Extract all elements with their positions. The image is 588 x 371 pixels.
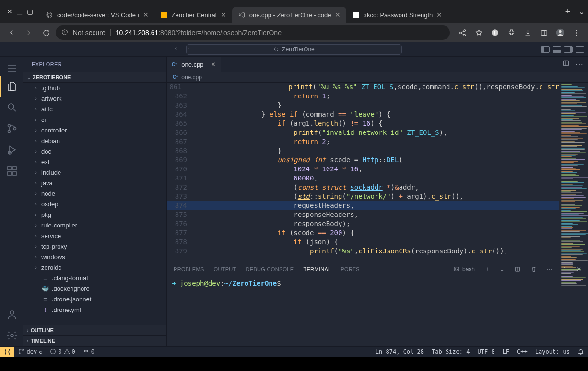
tree-file[interactable]: 🐳.dockerignore (23, 283, 166, 294)
status-ports[interactable]: 0 (79, 348, 98, 355)
code-line[interactable]: 875 responseHeaders, (167, 210, 559, 219)
tree-folder[interactable]: ›doc (23, 146, 166, 156)
sidepanel-icon[interactable] (536, 25, 552, 40)
browser-tab[interactable]: one.cpp - ZeroTierOne - code ✕ (232, 7, 347, 23)
explorer-more-icon[interactable]: ⋯ (154, 61, 160, 68)
tree-folder[interactable]: ›node (23, 188, 166, 199)
code-line[interactable]: 864 } else if (command == "leave") { (167, 110, 559, 119)
remote-indicator[interactable]: ⟩⟨ (0, 347, 14, 357)
code-line[interactable]: 876 responseBody); (167, 219, 559, 228)
status-ln-col[interactable]: Ln 874, Col 28 (372, 348, 428, 355)
activity-source-control-icon[interactable] (0, 118, 23, 139)
split-terminal-icon[interactable] (514, 266, 521, 273)
tree-folder[interactable]: ›zeroidc (23, 262, 166, 273)
panel-tab[interactable]: PROBLEMS (174, 266, 204, 272)
menu-hamburger-icon[interactable] (0, 60, 23, 76)
code-line[interactable]: 867 return 2; (167, 137, 559, 146)
code-line[interactable]: 868 } (167, 146, 559, 156)
browser-tab[interactable]: coder/code-server: VS Code i ✕ (40, 7, 154, 23)
code-line[interactable]: 879 printf("%s",cliFixJsonCRs(responseBo… (167, 247, 559, 256)
tree-folder[interactable]: ›osdep (23, 199, 166, 209)
code-line[interactable]: 863 } (167, 101, 559, 110)
nav-back-icon[interactable] (4, 25, 19, 40)
status-problems[interactable]: 0 0 (46, 348, 79, 355)
tree-folder[interactable]: ›service (23, 230, 166, 241)
layout-left-icon[interactable] (541, 46, 550, 53)
tree-folder[interactable]: ›include (23, 167, 166, 178)
bookmark-star-icon[interactable] (471, 25, 486, 40)
code-line[interactable]: 870 1024 * 1024 * 16, (167, 165, 559, 174)
new-tab-button[interactable]: + (561, 0, 575, 23)
activity-explorer-icon[interactable] (0, 76, 23, 97)
tree-folder[interactable]: ›debian (23, 135, 166, 146)
tree-folder[interactable]: ›attic (23, 104, 166, 114)
activity-extensions-icon[interactable] (0, 160, 23, 181)
outline-section[interactable]: › OUTLINE (23, 325, 166, 335)
code-line[interactable]: 869 unsigned int scode = Http::DEL( (167, 156, 559, 165)
kill-terminal-icon[interactable] (530, 266, 537, 273)
activity-search-icon[interactable] (0, 97, 23, 118)
activity-account-icon[interactable] (0, 304, 23, 325)
tabs-dropdown-icon[interactable]: ⌄ (575, 0, 588, 23)
code-line[interactable]: 871 60000, (167, 174, 559, 183)
tree-folder[interactable]: ›tcp-proxy (23, 241, 166, 251)
panel-tab[interactable]: OUTPUT (214, 266, 236, 272)
code-line[interactable]: 874 requestHeaders, (167, 201, 559, 210)
nav-reload-icon[interactable] (38, 25, 54, 40)
sync-icon[interactable]: ↻ (39, 348, 42, 355)
tree-folder[interactable]: ›.github (23, 83, 166, 93)
code-line[interactable]: 878 if (json) { (167, 238, 559, 247)
editor-more-icon[interactable]: ⋯ (576, 60, 583, 69)
status-branch[interactable]: dev ↻ (14, 348, 46, 355)
explorer-root[interactable]: ⌄ ZEROTIERONE (23, 72, 166, 83)
window-minimize-icon[interactable]: _ (17, 5, 22, 15)
editor-tab[interactable]: C⁺ one.cpp ✕ (167, 57, 221, 72)
code-line[interactable]: 866 printf("invalid network id" ZT_EOL_S… (167, 128, 559, 137)
panel-tab[interactable]: DEBUG CONSOLE (246, 266, 294, 272)
close-icon[interactable]: ✕ (436, 11, 442, 19)
tree-folder[interactable]: ›ci (23, 114, 166, 125)
tree-folder[interactable]: ›pkg (23, 209, 166, 220)
omnibox[interactable]: Not secure 10.241.208.61:8080/?folder=/h… (56, 25, 450, 40)
share-icon[interactable] (455, 25, 470, 40)
tree-folder[interactable]: ›windows (23, 251, 166, 262)
code-line[interactable]: 861 printf("%u %s %s" ZT_EOL_S,scode,com… (167, 83, 559, 92)
breadcrumb-file[interactable]: one.cpp (181, 74, 202, 81)
tree-folder[interactable]: ›controller (23, 125, 166, 135)
tree-folder[interactable]: ›rule-compiler (23, 220, 166, 230)
panel-tab[interactable]: PORTS (341, 266, 359, 272)
command-center-search[interactable]: ZeroTierOne (186, 44, 402, 55)
activity-debug-icon[interactable] (0, 139, 23, 160)
status-eol[interactable]: LF (499, 348, 513, 355)
status-layout[interactable]: Layout: us (531, 348, 574, 355)
tree-folder[interactable]: ›ext (23, 156, 166, 167)
new-terminal-icon[interactable]: ＋ (484, 265, 490, 273)
timeline-section[interactable]: › TIMELINE (23, 335, 166, 346)
tree-file[interactable]: ≡.drone.jsonnet (23, 294, 166, 304)
browser-tab[interactable]: ZeroTier Central ✕ (154, 7, 232, 23)
close-icon[interactable]: ✕ (211, 61, 216, 68)
status-encoding[interactable]: UTF-8 (473, 348, 498, 355)
layout-bottom-icon[interactable] (553, 46, 561, 53)
tree-file[interactable]: ≡.clang-format (23, 273, 166, 283)
editor-nav-back-icon[interactable] (173, 45, 179, 54)
profile-avatar-icon[interactable] (553, 25, 568, 40)
extension-1password-icon[interactable] (487, 25, 503, 40)
code-line[interactable]: 862 return 1; (167, 92, 559, 101)
code-line[interactable]: 872 (const struct sockaddr *)&addr, (167, 183, 559, 192)
status-tab-size[interactable]: Tab Size: 4 (428, 348, 473, 355)
close-icon[interactable]: ✕ (143, 11, 149, 19)
tree-file[interactable]: !.drone.yml (23, 304, 166, 315)
extensions-icon[interactable] (504, 25, 519, 40)
activity-settings-icon[interactable] (0, 325, 23, 346)
layout-right-icon[interactable] (564, 46, 573, 53)
close-icon[interactable]: ✕ (335, 11, 341, 19)
panel-more-icon[interactable]: ⋯ (547, 266, 553, 273)
split-editor-icon[interactable] (562, 60, 570, 69)
code-line[interactable]: 877 if (scode == 200) { (167, 228, 559, 238)
status-lang[interactable]: C++ (513, 348, 531, 355)
tree-folder[interactable]: ›java (23, 178, 166, 188)
code-line[interactable]: 865 if (arg1.length() != 16) { (167, 119, 559, 128)
downloads-icon[interactable] (520, 25, 535, 40)
window-maximize-icon[interactable]: ▢ (27, 8, 33, 15)
